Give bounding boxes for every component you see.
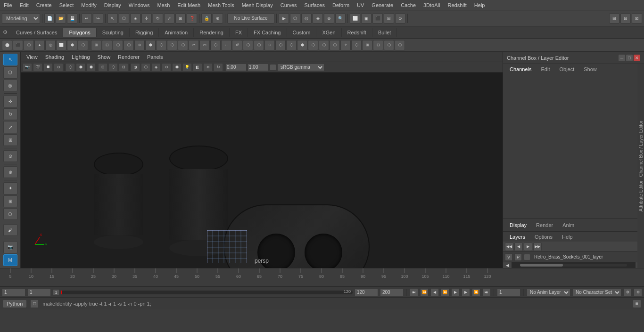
separate-btn[interactable]: ⊟ xyxy=(373,40,383,50)
retopo-btn[interactable]: ⬡ xyxy=(308,40,318,50)
pb-play-back-btn[interactable]: ⏪ xyxy=(441,288,449,297)
cylinder-btn[interactable]: ⬡ xyxy=(24,40,34,50)
combine-btn[interactable]: ⊞ xyxy=(362,40,372,50)
paint-select-btn[interactable]: ⬡ xyxy=(3,66,17,78)
vp-shading-btn[interactable]: ◑ xyxy=(131,63,140,72)
soft-mod-btn[interactable]: ⊙ xyxy=(3,150,17,162)
channel-box-strip-label[interactable]: Channel Box / Layer Editor xyxy=(638,119,644,179)
vp-film-btn[interactable]: 🎬 xyxy=(33,63,42,72)
pb-next-btn[interactable]: ▶ xyxy=(462,288,470,297)
menu-mesh-display[interactable]: Mesh Display xyxy=(238,1,277,9)
scroll-thumb[interactable] xyxy=(520,264,563,267)
vp-aa-btn[interactable]: ↻ xyxy=(214,63,223,72)
scroll-track[interactable] xyxy=(520,264,627,267)
insert-btn[interactable]: ⬡ xyxy=(178,40,188,50)
scale-tool[interactable]: ⤢ xyxy=(164,13,174,24)
attr-editor-strip-label[interactable]: Attribute Editor xyxy=(638,178,644,213)
snap-pt-btn[interactable]: ✦ xyxy=(3,182,17,194)
tab-bullet[interactable]: Bullet xyxy=(372,28,397,37)
cube-btn[interactable]: ⬛ xyxy=(13,40,23,50)
render2-btn[interactable]: ◎ xyxy=(301,13,312,24)
vp-view-menu[interactable]: View xyxy=(24,53,41,61)
pb-prev-btn[interactable]: ◀ xyxy=(430,288,439,297)
tab-sculpting[interactable]: Sculpting xyxy=(97,28,130,37)
universal-tool[interactable]: ⊞ xyxy=(175,13,186,24)
menu-uv[interactable]: UV xyxy=(353,1,368,9)
tab-fx[interactable]: FX xyxy=(230,28,248,37)
menu-mesh[interactable]: Mesh xyxy=(153,1,173,9)
ch-tab-edit[interactable]: Edit xyxy=(538,65,553,73)
show-manip-btn[interactable]: ⊕ xyxy=(3,166,17,178)
timeline-scrubber[interactable]: 120 xyxy=(61,291,353,294)
menu-modify[interactable]: Modify xyxy=(77,1,100,9)
vp-obj-sel-btn[interactable]: ⬡ xyxy=(66,63,75,72)
menu-windows[interactable]: Windows xyxy=(125,1,154,9)
vp-lighting-menu[interactable]: Lighting xyxy=(69,53,93,61)
ly-tab-render[interactable]: Render xyxy=(533,221,556,229)
render5-btn[interactable]: 🔍 xyxy=(335,13,346,24)
pb-end-btn[interactable]: ⏭ xyxy=(482,288,491,297)
render4-btn[interactable]: ⊚ xyxy=(324,13,334,24)
python-label[interactable]: Python xyxy=(3,300,26,308)
menu-deform[interactable]: Deform xyxy=(329,1,353,9)
tab-redshift[interactable]: Redshift xyxy=(342,28,372,37)
snap-curve-btn[interactable]: ⬡ xyxy=(3,208,17,220)
cone-btn[interactable]: ▲ xyxy=(34,40,45,50)
vp-panels-menu[interactable]: Panels xyxy=(144,53,166,61)
current-frame-field[interactable] xyxy=(27,289,51,296)
gamma-color-swatch[interactable] xyxy=(270,64,276,71)
menu-edit-mesh[interactable]: Edit Mesh xyxy=(173,1,204,9)
ly-opt-layers[interactable]: Layers xyxy=(507,233,528,241)
render-btn[interactable]: ▶ xyxy=(279,13,289,24)
fill-btn[interactable]: ⬢ xyxy=(145,40,156,50)
vp-xray-btn[interactable]: ⊙ xyxy=(162,63,171,72)
mirror-btn[interactable]: ⬡ xyxy=(395,40,405,50)
open-btn[interactable]: 📂 xyxy=(56,13,66,24)
select-tool-btn[interactable]: ↖ xyxy=(3,54,17,65)
pb-next-key-btn[interactable]: ⏩ xyxy=(472,288,480,297)
reduce-btn[interactable]: ⬡ xyxy=(286,40,297,50)
ly-opt-options[interactable]: Options xyxy=(532,233,555,241)
cut-btn[interactable]: ✂ xyxy=(189,40,199,50)
safe-frame[interactable]: ⬛ xyxy=(372,13,383,24)
lasso-btn[interactable]: ◎ xyxy=(3,80,17,91)
move-tool[interactable]: ✛ xyxy=(141,13,152,24)
tab-rigging[interactable]: Rigging xyxy=(130,28,159,37)
tab-polygons[interactable]: Polygons xyxy=(63,28,96,37)
layer-v-btn[interactable]: V xyxy=(505,253,512,261)
current-frame-display[interactable] xyxy=(497,289,520,296)
layer-p-btn[interactable]: P xyxy=(514,253,522,261)
vp-tex-btn[interactable]: ⬢ xyxy=(172,63,182,72)
layout2-btn[interactable]: ⊟ xyxy=(620,13,631,24)
close-btn[interactable]: ✕ xyxy=(634,55,640,61)
vp-isolate-btn[interactable]: ⊙ xyxy=(54,63,63,72)
vp-camera-btn[interactable]: 📷 xyxy=(23,63,32,72)
gamma-select[interactable]: sRGB gamma xyxy=(277,64,324,71)
tab-xgen[interactable]: XGen xyxy=(316,28,341,37)
tab-rendering[interactable]: Rendering xyxy=(194,28,230,37)
window-icon-btn[interactable]: □ xyxy=(30,300,39,308)
ly-next2-btn[interactable]: ▶▶ xyxy=(533,243,542,251)
spin-btn[interactable]: ↺ xyxy=(232,40,242,50)
maya-logo[interactable]: M xyxy=(3,254,17,266)
universal-btn[interactable]: ⊞ xyxy=(3,134,17,146)
vp-renderer-menu[interactable]: Renderer xyxy=(115,53,142,61)
menu-surfaces[interactable]: Surfaces xyxy=(301,1,329,9)
vp-shadow-btn[interactable]: ◧ xyxy=(193,63,202,72)
menu-3dtool[interactable]: 3DtoAll xyxy=(420,1,444,9)
wedge-btn[interactable]: ⬡ xyxy=(254,40,264,50)
ipr-btn[interactable]: ⬡ xyxy=(290,13,300,24)
menu-edit[interactable]: Edit xyxy=(16,1,33,9)
range-start-field[interactable] xyxy=(2,289,25,296)
range-end-field[interactable] xyxy=(355,289,378,296)
char-set-btn[interactable]: ⚙ xyxy=(623,288,632,297)
menu-display[interactable]: Display xyxy=(100,1,125,9)
bevel-btn[interactable]: ⊟ xyxy=(102,40,112,50)
menu-generate[interactable]: Generate xyxy=(368,1,397,9)
disk-btn[interactable]: ⬢ xyxy=(67,40,77,50)
menu-cache[interactable]: Cache xyxy=(397,1,420,9)
conform-btn[interactable]: ⬡ xyxy=(384,40,394,50)
offset-btn[interactable]: ⬡ xyxy=(210,40,221,50)
select-tool[interactable]: ↖ xyxy=(107,13,118,24)
vp-grid3-btn[interactable]: ⊟ xyxy=(119,63,128,72)
